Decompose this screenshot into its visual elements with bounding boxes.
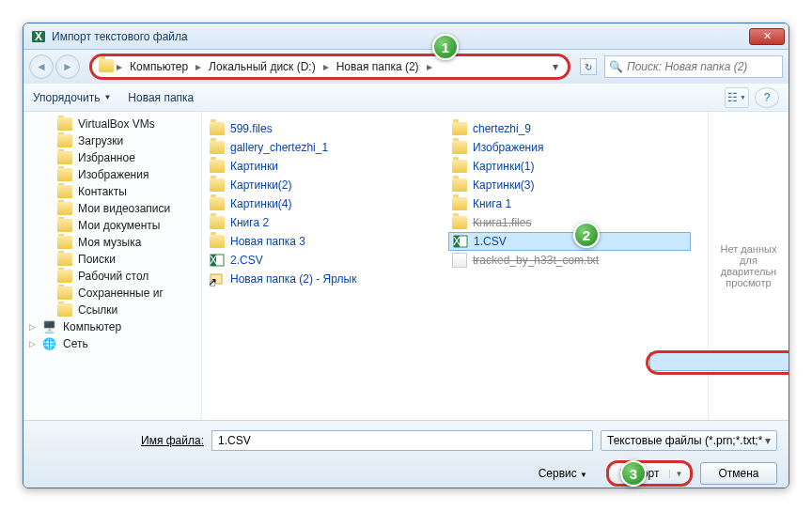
breadcrumb[interactable]: ▸ Компьютер ▸ Локальный диск (D:) ▸ Нова… — [89, 54, 570, 80]
folder-icon — [210, 141, 225, 154]
file-item[interactable]: 599.files — [206, 119, 448, 138]
sidebar-label: Поиски — [78, 253, 116, 266]
file-item[interactable]: Книга1.files — [448, 213, 691, 232]
breadcrumb-segment[interactable]: Компьютер — [124, 60, 194, 73]
file-item[interactable]: Книга 2 — [206, 213, 448, 232]
sidebar-label: Компьютер — [63, 320, 121, 333]
sidebar-item[interactable]: Поиски — [23, 251, 201, 268]
folder-icon — [210, 178, 225, 192]
file-item[interactable]: X1.CSV — [448, 232, 691, 251]
view-button[interactable]: ☷ ▼ — [725, 87, 749, 108]
file-item[interactable]: Картинки(3) — [448, 176, 691, 194]
file-name: Картинки(2) — [230, 178, 292, 192]
sidebar-item[interactable]: ▷🖥️Компьютер — [23, 318, 201, 335]
sidebar-label: Контакты — [78, 185, 127, 198]
file-item[interactable]: ↗Новая папка (2) - Ярлык — [206, 270, 448, 288]
sidebar-label: Мои документы — [78, 219, 160, 232]
sidebar-item[interactable]: Изображения — [23, 166, 201, 183]
csv-icon: X — [453, 234, 468, 249]
folder-icon — [210, 197, 225, 210]
file-name: 1.CSV — [474, 235, 507, 248]
nav-back-button[interactable]: ◄ — [29, 54, 54, 79]
organize-button[interactable]: Упорядочить ▼ — [33, 91, 111, 104]
folder-icon — [452, 216, 467, 229]
shortcut-icon: ↗ — [210, 271, 225, 286]
sidebar-item[interactable]: Мои документы — [23, 217, 201, 234]
text-file-icon — [452, 253, 467, 268]
csv-icon: X — [210, 253, 225, 268]
close-button[interactable]: ✕ — [749, 28, 785, 45]
file-item[interactable]: tracked_by_h33t_com.txt — [448, 251, 691, 270]
sidebar-item[interactable]: Рабочий стол — [23, 268, 201, 285]
file-name: Книга 1 — [473, 197, 511, 210]
file-dialog-window: X Импорт текстового файла ✕ ◄ ► ▸ Компью… — [23, 23, 789, 488]
folder-icon — [57, 202, 72, 215]
file-item[interactable]: Изображения — [448, 138, 691, 157]
breadcrumb-dropdown[interactable]: ▾ — [549, 60, 562, 73]
file-item[interactable]: Картинки(1) — [448, 157, 691, 176]
folder-icon — [57, 185, 72, 198]
sidebar-item[interactable]: Ссылки — [23, 302, 201, 318]
sidebar-item[interactable]: Сохраненные иг — [23, 285, 201, 302]
annotation-marker-3: 3 — [620, 460, 647, 487]
sidebar-item[interactable]: Мои видеозаписи — [23, 200, 201, 217]
sidebar-item[interactable]: Загрузки — [23, 132, 201, 149]
filename-label: Имя файла: — [35, 434, 204, 447]
computer-icon: 🖥️ — [42, 320, 57, 333]
filetype-combo[interactable]: Текстовые файлы (*.prn;*.txt;*▾ — [601, 430, 777, 451]
file-item[interactable]: Картинки(4) — [206, 194, 448, 213]
folder-icon — [57, 303, 72, 317]
sidebar-label: Рабочий стол — [78, 270, 148, 283]
search-icon: 🔍 — [609, 60, 623, 73]
file-item[interactable]: Книга 1 — [448, 194, 691, 213]
file-name: Картинки(4) — [230, 197, 292, 210]
new-folder-button[interactable]: Новая папка — [128, 91, 194, 104]
file-item[interactable]: X2.CSV — [206, 251, 448, 270]
refresh-button[interactable]: ↻ — [580, 58, 597, 75]
svg-text:↗: ↗ — [210, 275, 217, 286]
search-box[interactable]: 🔍 — [604, 55, 783, 78]
file-name: Изображения — [473, 141, 543, 154]
svg-text:X: X — [210, 254, 217, 267]
import-button[interactable]: Импорт▼ — [606, 460, 693, 487]
toolbar: Упорядочить ▼ Новая папка ☷ ▼ ? — [23, 84, 789, 112]
sidebar-item[interactable]: Избранное — [23, 149, 201, 166]
folder-icon — [57, 253, 72, 266]
sidebar-label: Ссылки — [78, 303, 117, 317]
file-name: gallery_chertezhi_1 — [230, 141, 328, 154]
file-item[interactable]: Картинки(2) — [206, 176, 448, 194]
help-button[interactable]: ? — [755, 87, 779, 108]
search-input[interactable] — [623, 60, 778, 73]
breadcrumb-segment[interactable]: Локальный диск (D:) — [203, 60, 321, 73]
service-button[interactable]: Сервис ▼ — [539, 467, 587, 480]
sidebar: VirtualBox VMsЗагрузкиИзбранноеИзображен… — [23, 112, 202, 420]
file-item[interactable]: chertezhi_9 — [448, 119, 691, 138]
folder-icon — [57, 168, 72, 181]
file-item[interactable]: Картинки — [206, 157, 448, 176]
sidebar-item[interactable]: ▷🌐Сеть — [23, 335, 201, 352]
footer: Имя файла: Текстовые файлы (*.prn;*.txt;… — [23, 420, 789, 488]
folder-icon — [452, 122, 467, 135]
filename-input[interactable] — [211, 430, 593, 451]
file-item[interactable]: Новая папка 3 — [206, 232, 448, 251]
nav-forward-button[interactable]: ► — [55, 54, 80, 79]
file-name: tracked_by_h33t_com.txt — [473, 254, 599, 267]
sidebar-item[interactable]: Контакты — [23, 183, 201, 200]
breadcrumb-segment[interactable]: Новая папка (2) — [331, 60, 425, 73]
sidebar-label: VirtualBox VMs — [78, 117, 155, 131]
folder-icon — [210, 216, 225, 229]
network-icon: 🌐 — [42, 337, 57, 350]
file-item[interactable]: gallery_chertezhi_1 — [206, 138, 448, 157]
folder-icon — [57, 270, 72, 283]
titlebar: X Импорт текстового файла ✕ — [23, 23, 789, 50]
breadcrumb-root-icon[interactable] — [98, 59, 115, 75]
excel-icon: X — [31, 29, 46, 44]
sidebar-item[interactable]: VirtualBox VMs — [23, 116, 201, 132]
file-name: Книга 2 — [230, 216, 269, 229]
sidebar-label: Загрузки — [78, 134, 123, 147]
cancel-button[interactable]: Отмена — [700, 462, 777, 485]
dialog-body: VirtualBox VMsЗагрузкиИзбранноеИзображен… — [23, 112, 789, 420]
sidebar-item[interactable]: Моя музыка — [23, 234, 201, 251]
file-name: 599.files — [230, 122, 273, 135]
file-name: Новая папка 3 — [230, 235, 305, 248]
